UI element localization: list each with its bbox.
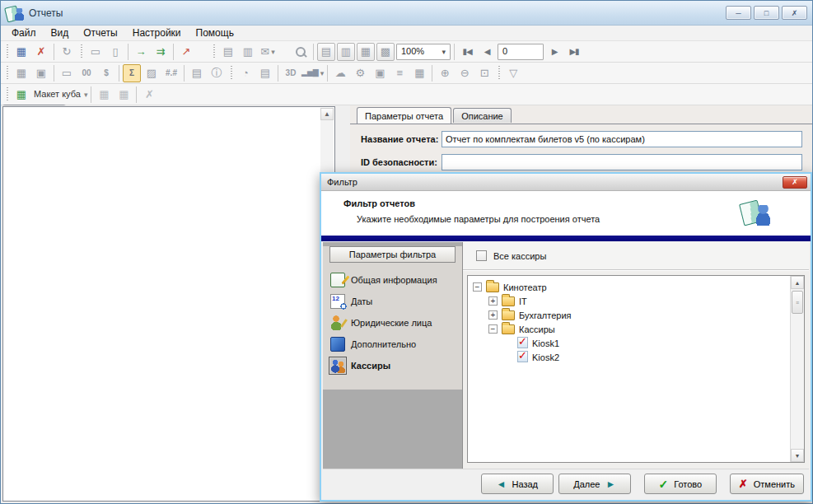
view-continuous-button[interactable]: ▥ (337, 43, 355, 61)
delete-button[interactable]: ✗ (32, 43, 50, 61)
toolbar-separator (128, 44, 128, 60)
tree-node-icon (502, 310, 515, 320)
menu-item[interactable]: Отчеты (76, 26, 124, 40)
refresh-button[interactable]: ↻ (58, 43, 76, 61)
tree-expand-icon[interactable] (473, 282, 482, 292)
dialog-titlebar: Фильтр ✗ (321, 174, 811, 191)
window-titlebar: Отчеты ─□✗ (1, 1, 812, 26)
toolbar-separator (54, 65, 54, 82)
number-format-button[interactable]: #.# (162, 64, 180, 82)
all-cashiers-checkbox[interactable] (476, 250, 487, 261)
filter-item-legal-entities[interactable]: Юридические лица (323, 312, 462, 334)
filter-button[interactable]: ▽ (504, 64, 522, 82)
zoom-out-button[interactable]: ⊖ (456, 64, 474, 82)
cube-layout-icon: ▦ (12, 86, 30, 104)
view-3d-button[interactable]: 3D (282, 64, 300, 82)
filter-item-dates[interactable]: Даты (323, 291, 462, 312)
page-number-input[interactable]: 0 (498, 44, 544, 60)
zoom-page-button[interactable]: ⊡ (475, 64, 493, 82)
search-button[interactable] (292, 43, 310, 61)
copy-pages-button[interactable]: ▣ (371, 64, 389, 82)
tree-expand-icon[interactable] (488, 296, 498, 306)
export-button[interactable]: ⇉ (152, 43, 170, 61)
properties-button[interactable]: ▯ (106, 43, 124, 61)
list-button[interactable]: ≡ (390, 64, 409, 82)
report-name-input[interactable]: Отчет по комплектам билетов v5 (по касси… (442, 131, 802, 147)
cube-layout-dropdown[interactable]: Макет куба (32, 86, 87, 104)
view-thumbnails-button[interactable]: ▩ (376, 43, 395, 61)
menu-item[interactable]: Файл (4, 26, 44, 40)
save-button[interactable]: ▦ (12, 43, 30, 61)
print-button[interactable]: ▤ (219, 43, 237, 61)
zoom-combo[interactable]: 100% (396, 44, 451, 60)
cloud-button[interactable]: ☁ (331, 64, 349, 82)
finish-button[interactable]: ✓ Готово (644, 474, 717, 494)
nav-first-button[interactable]: ▮◀ (458, 43, 476, 61)
tree-expand-icon[interactable] (488, 324, 498, 334)
nav-prev-button[interactable]: ◀ (478, 43, 496, 61)
button-label: Готово (674, 479, 702, 489)
tree-node-kiosk1[interactable]: Kiosk1 (470, 336, 786, 350)
details-button[interactable]: ▤ (188, 64, 206, 82)
view-single-page-button[interactable]: ▤ (317, 43, 335, 61)
tree-node-cinema[interactable]: Кинотеатр (470, 280, 786, 294)
back-button[interactable]: ◄ Назад (481, 474, 554, 494)
print-chart-button[interactable]: ▤ (256, 64, 274, 82)
next-button[interactable]: Далее ► (558, 474, 631, 494)
sidebar-item-label: Общая информация (351, 275, 437, 285)
tree-node-kiosk2[interactable]: Kiosk2 (470, 350, 786, 364)
zero-values-button[interactable]: 00 (77, 64, 96, 82)
tree-node-accounting[interactable]: Бухгалтерия (470, 308, 786, 322)
save-layout-as-button[interactable]: ▦ (114, 86, 133, 104)
tab-description[interactable]: Описание (453, 108, 512, 123)
close-button[interactable]: ✗ (782, 6, 807, 20)
scrollbar-thumb[interactable]: ≡ (792, 291, 803, 314)
restore-button[interactable]: □ (754, 6, 779, 20)
tab-report-params[interactable]: Параметры отчета (357, 107, 451, 124)
chart-export-button[interactable]: ◔ (236, 64, 255, 82)
menu-item[interactable]: Помощь (189, 26, 241, 40)
filter-item-general[interactable]: Общая информация (323, 269, 462, 291)
view-facing-button[interactable]: ▦ (357, 43, 375, 61)
menu-item[interactable]: Настройки (125, 26, 189, 40)
minimize-button[interactable]: ─ (726, 6, 751, 20)
cancel-button[interactable]: ✗ Отменить (730, 474, 804, 494)
security-id-input[interactable] (442, 154, 802, 170)
copy-button[interactable]: ▣ (32, 64, 50, 82)
scroll-up-icon[interactable]: ▲ (320, 108, 334, 120)
currency-button[interactable]: $ (97, 64, 115, 82)
totals-button[interactable]: Σ (123, 64, 141, 82)
report-chart-button[interactable]: ↗ (177, 43, 195, 61)
open-folder-button[interactable]: ▭ (86, 43, 105, 61)
sidebar-item-label: Дополнительно (351, 339, 416, 349)
tree-node-it[interactable]: IT (470, 294, 786, 308)
info-button[interactable]: ⓘ (208, 64, 226, 82)
nav-last-button[interactable]: ▶▮ (565, 43, 583, 61)
dialog-close-button[interactable]: ✗ (783, 176, 807, 189)
scroll-down-icon[interactable]: ▼ (791, 449, 804, 462)
toolbar-separator (432, 65, 432, 82)
print-export-button[interactable]: ▥ (239, 43, 257, 61)
email-button[interactable]: ✉ (259, 43, 277, 61)
toolbar-grip (6, 87, 8, 102)
save-layout-button[interactable]: ▦ (95, 86, 113, 104)
chart-type-button[interactable]: ▂▅▇ (301, 64, 324, 82)
tree-scrollbar[interactable]: ▲ ≡ ▼ (790, 276, 804, 462)
nav-next-button[interactable]: ▶ (545, 43, 563, 61)
scroll-up-icon[interactable]: ▲ (791, 276, 804, 289)
zoom-in-button[interactable]: ⊕ (436, 64, 454, 82)
filter-item-additional[interactable]: Дополнительно (323, 334, 462, 355)
tree-node-cashiers[interactable]: Кассиры (470, 322, 786, 336)
pages-button[interactable]: ▭ (58, 64, 76, 82)
tree-expand-icon[interactable] (488, 310, 498, 320)
filter-item-cashiers[interactable]: Кассиры (323, 355, 462, 376)
settings-button[interactable]: ⚙ (351, 64, 369, 82)
button-label: Отменить (754, 479, 795, 489)
menu-item[interactable]: Вид (44, 26, 77, 40)
sidebar-item-icon (330, 358, 345, 373)
export-table-button[interactable]: ▦ (12, 64, 30, 82)
import-button[interactable]: → (132, 43, 150, 61)
delete-layout-button[interactable]: ✗ (140, 86, 158, 104)
image-button[interactable]: ▨ (143, 64, 161, 82)
grid-button[interactable]: ▦ (410, 64, 428, 82)
